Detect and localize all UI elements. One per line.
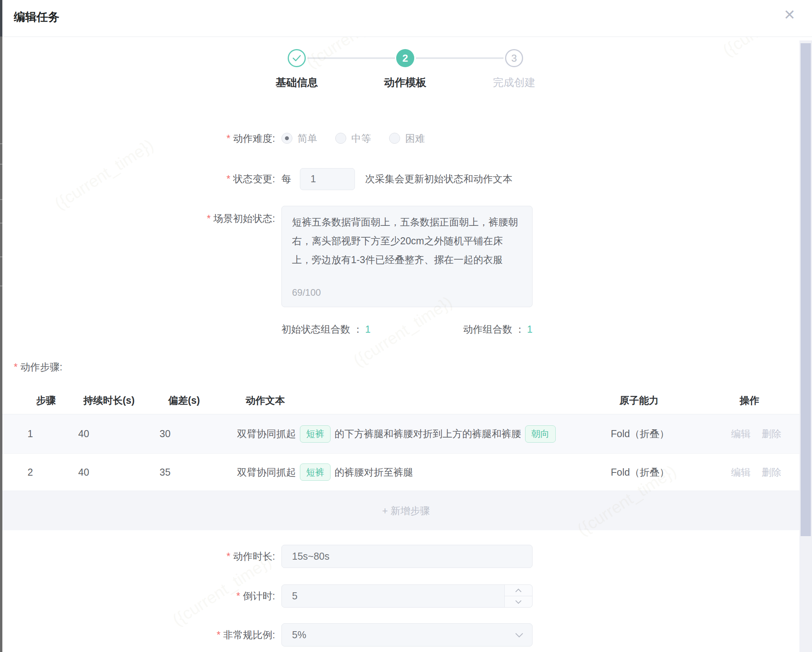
check-icon: [292, 54, 301, 62]
initial-combo-value: 1: [365, 324, 371, 335]
difficulty-row: 动作难度: 简单 中等 困难: [0, 127, 812, 149]
chevron-down-icon: [515, 600, 522, 604]
cell-ability: Fold（折叠）: [608, 466, 730, 479]
initial-state-textarea[interactable]: 短裤五条数据背面朝上，五条数据正面朝上，裤腰朝右，离头部视野下方至少20cm之外…: [281, 206, 533, 307]
countdown-input[interactable]: 5: [281, 584, 533, 608]
countdown-value: 5: [292, 590, 298, 602]
col-header-ability: 原子能力: [617, 394, 739, 407]
step-3-label: 完成创建: [471, 75, 557, 90]
cell-ability: Fold（折叠）: [608, 427, 730, 440]
delete-link[interactable]: 删除: [762, 427, 781, 440]
initial-state-label: 场景初始状态:: [0, 206, 275, 225]
add-step-button[interactable]: + 新增步骤: [0, 491, 812, 530]
select-arrow-icon: [515, 632, 524, 637]
col-header-step: 步骤: [0, 394, 83, 407]
duration-value: 15s~80s: [292, 551, 329, 562]
radio-icon: [281, 133, 292, 144]
duration-input[interactable]: 15s~80s: [281, 545, 533, 568]
object-tag: 短裤: [300, 463, 331, 481]
cell-deviation: 35: [156, 467, 237, 478]
scrollbar-thumb[interactable]: [801, 43, 811, 536]
action-combo-label: 动作组合数 ：: [463, 324, 525, 335]
difficulty-label: 动作难度:: [0, 132, 275, 145]
unusual-ratio-row: 非常规比例: 5%: [0, 623, 812, 647]
step-2-label: 动作模板: [362, 75, 448, 90]
cell-duration: 40: [75, 467, 156, 478]
radio-label: 困难: [405, 132, 425, 145]
cell-action-text: 双臂协同抓起 短裤 的下方裤腿和裤腰对折到上方的裤腿和裤腰 朝向: [237, 425, 608, 443]
step-1-label: 基础信息: [254, 75, 340, 90]
action-combo-count: 动作组合数 ：1: [463, 323, 533, 336]
orientation-tag: 朝向: [525, 425, 556, 443]
duration-row: 动作时长: 15s~80s: [0, 545, 812, 568]
stepper-connector: [416, 57, 503, 59]
action-steps-label: 动作步骤:: [14, 361, 62, 374]
dialog-title: 编辑任务: [14, 9, 59, 25]
state-change-suffix: 次采集会更新初始状态和动作文本: [365, 172, 513, 185]
action-steps-table: 步骤 持续时长(s) 偏差(s) 动作文本 原子能力 操作 1 40 30 双臂…: [0, 387, 812, 530]
add-step-label: + 新增步骤: [382, 504, 430, 517]
step-number: 3: [511, 52, 517, 64]
radio-option-hard[interactable]: 困难: [389, 132, 425, 145]
radio-option-simple[interactable]: 简单: [281, 132, 317, 145]
col-header-action-text: 动作文本: [245, 394, 617, 407]
delete-link[interactable]: 删除: [762, 466, 781, 479]
step-1-circle: [288, 49, 306, 67]
state-change-prefix: 每: [281, 172, 291, 185]
radio-icon: [335, 133, 346, 144]
radio-icon: [389, 133, 400, 144]
radio-label: 简单: [298, 132, 317, 145]
cell-step: 2: [0, 467, 75, 478]
cell-duration: 40: [75, 428, 156, 440]
state-change-value: 1: [310, 173, 316, 185]
step-number: 2: [402, 52, 408, 64]
state-change-label: 状态变更:: [0, 172, 275, 185]
countdown-row: 倒计时: 5: [0, 584, 812, 608]
table-row: 2 40 35 双臂协同抓起 短裤 的裤腰对折至裤腿 Fold（折叠） 编辑 删…: [0, 454, 812, 491]
cell-step: 1: [0, 428, 75, 440]
state-change-input[interactable]: 1: [300, 168, 355, 190]
table-row: 1 40 30 双臂协同抓起 短裤 的下方裤腿和裤腰对折到上方的裤腿和裤腰 朝向…: [0, 414, 812, 454]
step-3-circle: 3: [505, 49, 523, 67]
initial-combo-count: 初始状态组合数 ：1: [281, 323, 371, 336]
cell-action-text: 双臂协同抓起 短裤 的裤腰对折至裤腿: [237, 463, 608, 481]
stepper-connector: [307, 57, 395, 59]
chevron-up-icon: [515, 588, 522, 593]
unusual-ratio-value: 5%: [292, 629, 306, 641]
page-edge-strip: [0, 0, 2, 652]
radio-option-medium[interactable]: 中等: [335, 132, 371, 145]
state-change-row: 状态变更: 每 1 次采集会更新初始状态和动作文本: [0, 167, 812, 190]
object-tag: 短裤: [300, 425, 331, 443]
table-header-row: 步骤 持续时长(s) 偏差(s) 动作文本 原子能力 操作: [0, 387, 812, 414]
action-combo-value: 1: [527, 324, 533, 335]
col-header-duration: 持续时长(s): [83, 394, 165, 407]
edit-link[interactable]: 编辑: [731, 427, 751, 440]
cell-deviation: 30: [156, 428, 237, 440]
char-counter: 69/100: [292, 283, 321, 302]
radio-label: 中等: [351, 132, 371, 145]
initial-state-text: 短裤五条数据背面朝上，五条数据正面朝上，裤腰朝右，离头部视野下方至少20cm之外…: [292, 216, 518, 265]
unusual-ratio-select[interactable]: 5%: [281, 623, 533, 647]
unusual-ratio-label: 非常规比例:: [0, 628, 275, 641]
edit-link[interactable]: 编辑: [731, 466, 751, 479]
duration-label: 动作时长:: [0, 550, 275, 563]
countdown-label: 倒计时:: [0, 590, 275, 603]
initial-state-row: 场景初始状态: 短裤五条数据背面朝上，五条数据正面朝上，裤腰朝右，离头部视野下方…: [0, 206, 812, 307]
initial-combo-label: 初始状态组合数 ：: [281, 324, 363, 335]
decrement-button[interactable]: [505, 596, 532, 607]
combo-counts: 初始状态组合数 ：1 动作组合数 ：1: [281, 323, 533, 336]
step-2-circle: 2: [396, 49, 414, 67]
dialog-header: 编辑任务 ✕: [0, 0, 812, 37]
increment-button[interactable]: [505, 585, 532, 596]
col-header-deviation: 偏差(s): [165, 394, 245, 407]
close-icon[interactable]: ✕: [784, 8, 795, 22]
scrollbar-track[interactable]: [799, 40, 812, 652]
